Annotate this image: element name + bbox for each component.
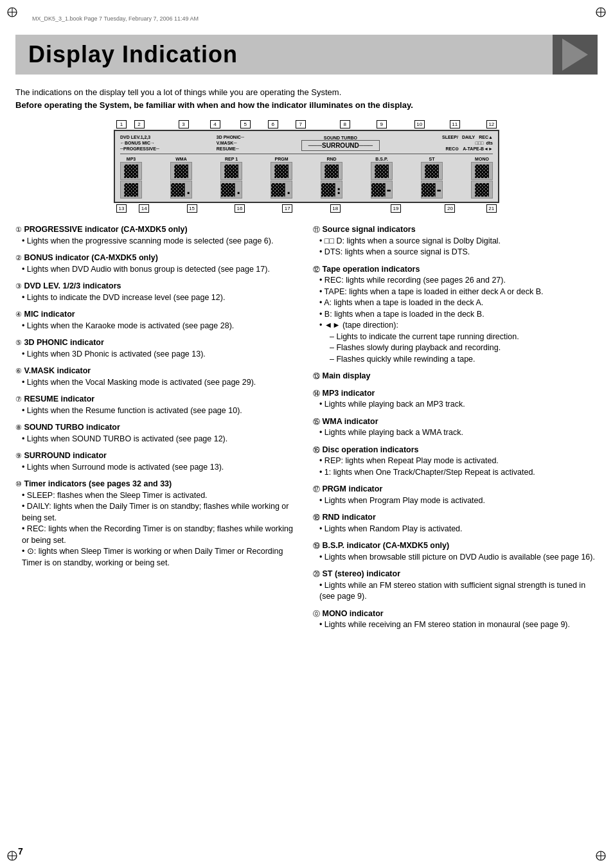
desc-item-11: ⑪ Source signal indicators • □□ D: light… [313, 224, 598, 258]
seg-3a: ▓▓ [220, 162, 242, 180]
seg-8a: ▓▓ [471, 162, 493, 180]
item-body-20: • Lights while an FM stereo station with… [319, 580, 598, 603]
item-body-10: • SLEEP: flashes when the Sleep Timer is… [22, 490, 300, 569]
item-title-7: RESUME indicator [24, 394, 94, 403]
svg-marker-12 [562, 39, 588, 71]
bullet-10-2: • DAILY: lights when the Daily Timer is … [22, 501, 300, 524]
bullet-17-1: • Lights when Program Play mode is activ… [319, 495, 598, 507]
bullet-9-1: • Lights when Surround mode is activated… [22, 462, 300, 474]
seg-4a: ▓▓ [271, 162, 292, 180]
item-num-14: ⑭ [313, 389, 320, 397]
bullet-14-1: • Lights while playing back an MP3 track… [319, 399, 598, 411]
item-title-20: ST (stereo) indicator [322, 569, 400, 578]
intro-line1: The indications on the display tell you … [15, 86, 598, 99]
item-num-2: ② [15, 254, 22, 261]
bullet-12-6: – Lights to indicate the current tape ru… [330, 332, 598, 343]
ddd-label: □□□ [475, 140, 484, 146]
bullet-12-8: – Flashes quickly while rewinding a tape… [330, 354, 598, 366]
num-16: 16 [235, 204, 245, 213]
dvd-lev-label: DVD LEV.1,2,3 [120, 134, 159, 140]
progressive-label: ─PROGRESSIVE─ [120, 146, 159, 152]
bullet-10-4: • ⊙: lights when Sleep Timer is working … [22, 546, 300, 569]
bullet-20-1: • Lights while an FM stereo station with… [319, 580, 598, 603]
rec2-label: REC⊙ [445, 146, 459, 152]
atapeb-label: A-TAPE-B◄► [463, 146, 493, 152]
item-body-15: • Lights while playing back a WMA track. [319, 427, 598, 439]
item-body-16: • REP: lights when Repeat Play mode is a… [319, 456, 598, 478]
desc-item-2: ② BONUS indicator (CA-MXDK5 only) • Ligh… [15, 252, 300, 275]
item-title-10: Timer indicators (see pages 32 and 33) [24, 479, 172, 488]
bullet-6-1: • Lights when the Vocal Masking mode is … [22, 377, 300, 389]
desc-item-17: ⑰ PRGM indicator • Lights when Program P… [313, 484, 598, 506]
item-body-8: • Lights when SOUND TURBO is activated (… [22, 434, 300, 445]
bullet-7-1: • Lights when the Resume function is act… [22, 405, 300, 417]
bullet-16-1: • REP: lights when Repeat Play mode is a… [319, 456, 598, 467]
page-outer: MX_DK5_3_1.book Page 7 Tuesday, February… [0, 0, 613, 868]
mid-left-indicators: 3D PHONIC─ V.MASK─ RESUME─ [217, 134, 244, 152]
sound-label: SOUND TURBO [324, 136, 357, 140]
item-title-15: WMA indicator [322, 417, 378, 426]
item-title-11: Source signal indicators [322, 225, 415, 234]
num-12: 12 [486, 120, 497, 128]
desc-item-14: ⑭ MP3 indicator • Lights while playing b… [313, 388, 598, 411]
item-body-1: • Lights when the progressive scanning m… [22, 236, 300, 247]
bullet-8-1: • Lights when SOUND TURBO is activated (… [22, 434, 300, 445]
num-18: 18 [330, 204, 341, 213]
rec-atapeb-block: REC⊙ A-TAPE-B◄► [445, 146, 493, 152]
item-num-8: ⑧ [15, 423, 22, 431]
item-title-3: DVD LEV. 1/2/3 indicators [24, 281, 121, 290]
3d-phonic-label: 3D PHONIC─ [217, 134, 244, 140]
item-title-21: MONO indicator [322, 609, 383, 618]
num-15: 15 [187, 204, 197, 213]
num-11: 11 [450, 120, 460, 128]
sleep-label: SLEEP/ [442, 134, 458, 140]
rec-right-label: REC▲ [479, 134, 493, 140]
rep1-group: REP 1 ▓▓ ▓▓. [220, 157, 242, 199]
desc-item-9: ⑨ SURROUND indicator • Lights when Surro… [15, 450, 300, 473]
desc-item-10: ⑩ Timer indicators (see pages 32 and 33)… [15, 479, 300, 569]
desc-item-7: ⑦ RESUME indicator • Lights when the Res… [15, 394, 300, 416]
left-indicators: DVD LEV.1,2,3 ←BONUS MIC→ ─PROGRESSIVE─ [120, 134, 159, 152]
item-num-17: ⑰ [313, 485, 320, 493]
bullet-19-1: • Lights when browsable still picture on… [319, 552, 598, 563]
bullet-11-1: • □□ D: lights when a source signal is D… [319, 236, 598, 247]
mp3-group: MP3 ▓▓ ▓▓ [120, 157, 142, 199]
wma-group: WMA ▓▓ ▓▓. [170, 157, 192, 199]
desc-item-21: ⓪ MONO indicator • Lights while receivin… [313, 608, 598, 631]
display-panel: DVD LEV.1,2,3 ←BONUS MIC→ ─PROGRESSIVE─ … [114, 130, 499, 203]
item-body-21: • Lights while receiving an FM stereo st… [319, 619, 598, 631]
seg-6a: ▓▓ [371, 162, 393, 180]
item-body-14: • Lights while playing back an MP3 track… [319, 399, 598, 411]
item-body-6: • Lights when the Vocal Masking mode is … [22, 377, 300, 389]
st-group: ST ▓▓ ▓▓- [421, 157, 443, 199]
num-6: 6 [268, 120, 278, 128]
bullet-12-7: – Flashes slowly during playback and rec… [330, 342, 598, 354]
item-num-1: ① [15, 226, 22, 233]
item-body-5: • Lights when 3D Phonic is activated (se… [22, 349, 300, 360]
bullet-18-1: • Lights when Random Play is activated. [319, 524, 598, 535]
item-body-4: • Lights when the Karaoke mode is activa… [22, 321, 300, 332]
item-body-11: • □□ D: lights when a source signal is D… [319, 236, 598, 258]
desc-item-3: ③ DVD LEV. 1/2/3 indicators • Lights to … [15, 281, 300, 303]
bullet-3-1: • Lights to indicate the DVD increase le… [22, 292, 300, 304]
item-title-5: 3D PHONIC indicator [24, 338, 103, 347]
mono-group: MONO ▓▓ ▓▓ [471, 157, 493, 199]
desc-item-13: ⑬ Main display [313, 371, 598, 382]
right-block: SLEEP/ DAILY REC▲ □□□ dts REC⊙ A-TAPE-B◄… [442, 134, 493, 152]
resume-label: RESUME─ [217, 146, 244, 152]
item-num-20: ⑳ [313, 570, 320, 578]
bullet-12-2: • TAPE: lights when a tape is loaded in … [319, 287, 598, 298]
corner-mark-br [595, 850, 607, 862]
item-title-12: Tape operation indicators [322, 265, 420, 274]
item-body-3: • Lights to indicate the DVD increase le… [22, 292, 300, 304]
item-title-4: MIC indicator [24, 310, 75, 319]
item-body-2: • Lights when DVD Audio with bonus group… [22, 264, 300, 276]
diagram-container: 1 2 3 4 5 6 7 8 9 10 11 [15, 120, 598, 213]
rep1-label: REP 1 [225, 157, 238, 161]
item-title-18: RND indicator [322, 513, 375, 522]
num-row-top: 1 2 3 4 5 6 7 8 9 10 11 [114, 120, 499, 128]
header-triangle-block [553, 35, 598, 75]
item-title-19: B.S.P. indicator (CA-MXDK5 only) [322, 541, 449, 550]
num-19: 19 [391, 204, 401, 213]
desc-item-8: ⑧ SOUND TURBO indicator • Lights when SO… [15, 422, 300, 445]
